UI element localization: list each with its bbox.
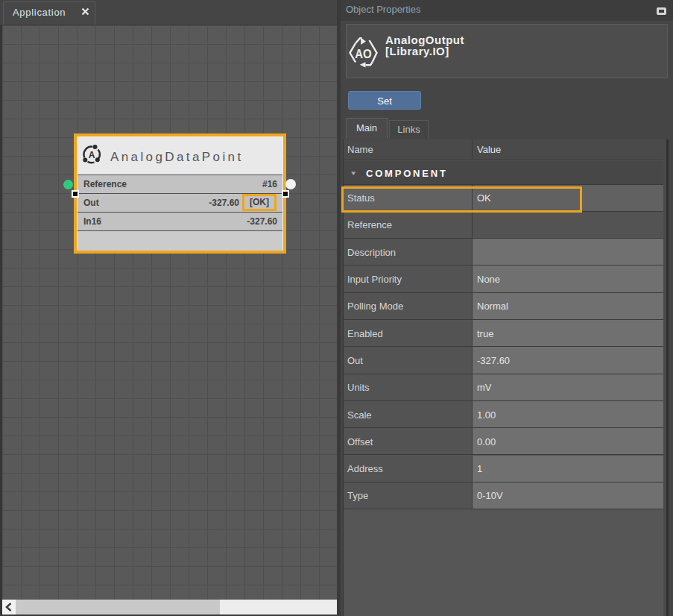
svg-text:AO: AO	[355, 47, 372, 61]
svg-text:A: A	[89, 150, 95, 160]
